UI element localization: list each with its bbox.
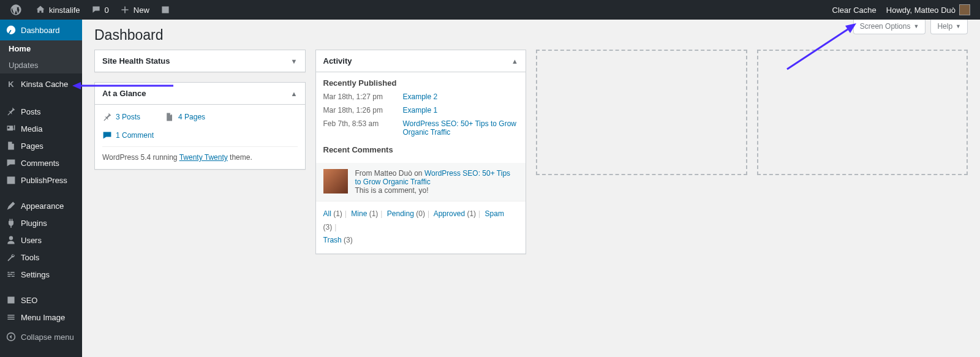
sidebar-item-users[interactable]: Users	[0, 231, 82, 249]
avatar	[323, 169, 348, 194]
sidebar-item-posts[interactable]: Posts	[0, 103, 82, 120]
calendar-icon	[5, 174, 17, 186]
filter-trash[interactable]: Trash	[323, 236, 342, 244]
sidebar-item-menu-image[interactable]: Menu Image	[0, 309, 82, 326]
sidebar-subitem-updates[interactable]: Updates	[0, 57, 82, 73]
widget-handle[interactable]: At a Glance ▲	[95, 83, 305, 105]
comment-icon	[5, 157, 17, 169]
admin-sidebar: Dashboard Home Updates K Kinsta Cache Po…	[0, 20, 82, 357]
wrench-icon	[5, 251, 17, 263]
pin-icon	[102, 112, 112, 122]
page-title: Dashboard	[94, 20, 968, 47]
activity-recently-published-heading: Recently Published	[316, 72, 526, 90]
hamburger-icon	[5, 311, 17, 323]
widget-activity: Activity ▲ Recently Published Mar 18th, …	[315, 50, 527, 254]
home-icon	[34, 4, 47, 16]
collapse-menu[interactable]: Collapse menu	[0, 326, 82, 348]
glance-comments[interactable]: 1 Comment	[102, 126, 298, 140]
empty-widget-dropzone[interactable]	[757, 50, 968, 175]
sidebar-item-settings[interactable]: Settings	[0, 266, 82, 283]
admin-bar: kinstalife 0 New Clear Cache Howdy, Matt…	[0, 0, 980, 20]
sidebar-item-seo[interactable]: SEO	[0, 291, 82, 309]
comment-text: This is a comment, yo!	[355, 186, 519, 195]
kinsta-icon: K	[5, 78, 17, 90]
clear-cache-link[interactable]: Clear Cache	[827, 0, 881, 20]
sidebar-item-tools[interactable]: Tools	[0, 249, 82, 266]
sidebar-item-plugins[interactable]: Plugins	[0, 214, 82, 231]
site-name-link[interactable]: kinstalife	[29, 0, 85, 20]
activity-pub-row: Feb 7th, 8:53 am WordPress SEO: 50+ Tips…	[316, 117, 526, 139]
content-area: Dashboard Site Health Status ▼ At a Glan…	[82, 20, 980, 357]
dashboard-icon	[5, 24, 17, 36]
filter-pending[interactable]: Pending	[387, 209, 414, 218]
plug-icon	[5, 217, 17, 229]
sidebar-item-kinsta-cache[interactable]: K Kinsta Cache	[0, 73, 82, 94]
my-account-link[interactable]: Howdy, Matteo Duò	[881, 0, 975, 20]
site-name: kinstalife	[49, 6, 80, 15]
yoast-link[interactable]	[154, 0, 179, 20]
new-label: New	[134, 6, 149, 15]
pin-icon	[5, 105, 17, 118]
dashboard-col-4	[757, 50, 968, 254]
wordpress-icon	[10, 4, 22, 16]
sidebar-item-pages[interactable]: Pages	[0, 137, 82, 154]
dashboard-submenu: Home Updates	[0, 40, 82, 73]
chevron-down-icon[interactable]: ▼	[291, 58, 298, 65]
activity-comment-row: From Matteo Duò on WordPress SEO: 50+ Ti…	[316, 163, 526, 201]
activity-pub-link[interactable]: Example 2	[403, 92, 438, 101]
help-tab[interactable]: Help ▼	[930, 20, 968, 34]
sidebar-item-appearance[interactable]: Appearance	[0, 197, 82, 214]
sidebar-item-media[interactable]: Media	[0, 120, 82, 137]
wp-logo[interactable]	[5, 0, 29, 20]
dashboard-col-2: Activity ▲ Recently Published Mar 18th, …	[315, 50, 527, 254]
wp-version-line: WordPress 5.4 running Twenty Twenty them…	[102, 146, 298, 162]
filter-approved[interactable]: Approved	[434, 209, 465, 218]
media-icon	[5, 122, 17, 135]
sidebar-subitem-home[interactable]: Home	[0, 40, 82, 57]
chevron-down-icon: ▼	[956, 23, 961, 29]
theme-link[interactable]: Twenty Twenty	[179, 153, 228, 162]
yoast-icon	[159, 4, 172, 16]
widget-handle[interactable]: Activity ▲	[316, 50, 526, 72]
filter-all[interactable]: All	[323, 209, 331, 218]
collapse-icon	[5, 331, 17, 343]
activity-pub-link[interactable]: WordPress SEO: 50+ Tips to Grow Organic …	[403, 119, 519, 137]
glance-pages[interactable]: 4 Pages	[165, 112, 205, 122]
sidebar-item-dashboard[interactable]: Dashboard	[0, 20, 82, 40]
comment-icon	[102, 130, 112, 140]
screen-options-tab[interactable]: Screen Options ▼	[853, 20, 926, 34]
howdy-text: Howdy, Matteo Duò	[886, 6, 956, 15]
sidebar-item-publishpress[interactable]: PublishPress	[0, 171, 82, 189]
dashboard-col-1: Site Health Status ▼ At a Glance ▲ 3 Pos…	[94, 50, 306, 254]
chevron-up-icon[interactable]: ▲	[291, 90, 298, 97]
empty-widget-dropzone[interactable]	[536, 50, 747, 175]
widget-site-health: Site Health Status ▼	[94, 50, 306, 72]
page-icon	[165, 112, 175, 122]
widget-handle[interactable]: Site Health Status ▼	[95, 50, 305, 72]
widget-at-a-glance: At a Glance ▲ 3 Posts 4 Pages	[94, 82, 306, 170]
dashboard-col-3	[536, 50, 747, 254]
avatar	[959, 4, 970, 15]
filter-spam[interactable]: Spam	[485, 209, 504, 218]
new-content-link[interactable]: New	[114, 0, 154, 20]
activity-pub-row: Mar 18th, 1:26 pm Example 1	[316, 103, 526, 117]
chevron-up-icon[interactable]: ▲	[511, 58, 518, 65]
page-icon	[5, 140, 17, 152]
comment-filters: All (1)| Mine (1)| Pending (0)| Approved…	[316, 201, 526, 254]
sidebar-item-comments[interactable]: Comments	[0, 154, 82, 171]
yoast-icon	[5, 294, 17, 306]
activity-recent-comments-heading: Recent Comments	[316, 139, 526, 157]
widget-title: At a Glance	[102, 89, 146, 98]
screen-meta-links: Screen Options ▼ Help ▼	[853, 20, 968, 34]
activity-pub-link[interactable]: Example 1	[403, 106, 438, 115]
sliders-icon	[5, 268, 17, 280]
plus-icon	[119, 4, 131, 16]
activity-pub-row: Mar 18th, 1:27 pm Example 2	[316, 90, 526, 103]
widget-title: Activity	[323, 56, 352, 66]
filter-mine[interactable]: Mine	[351, 209, 367, 218]
comment-icon	[90, 4, 102, 16]
chevron-down-icon: ▼	[913, 23, 919, 29]
glance-posts[interactable]: 3 Posts	[102, 112, 140, 122]
comments-link[interactable]: 0	[85, 0, 114, 20]
widget-title: Site Health Status	[102, 56, 170, 66]
